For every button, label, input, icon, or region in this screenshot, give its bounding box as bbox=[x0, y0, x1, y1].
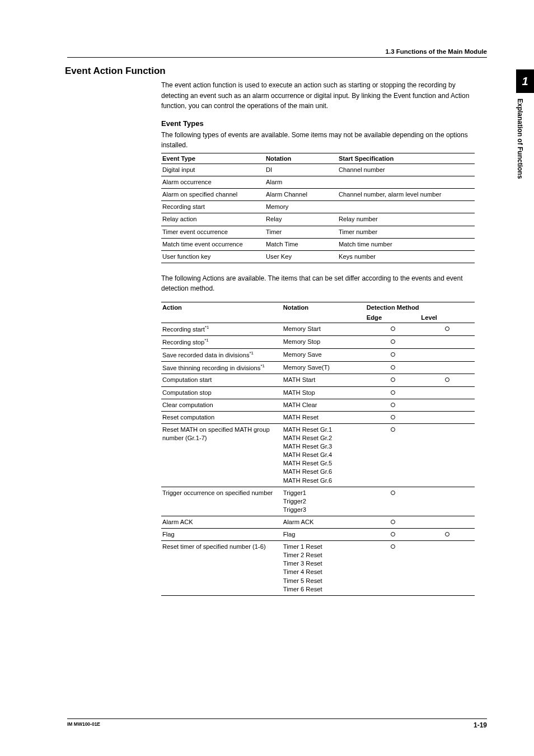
table-row: Trigger occurrence on specified numberTr… bbox=[161, 487, 475, 516]
table-cell bbox=[366, 423, 420, 487]
table-cell: Memory Save(T) bbox=[282, 361, 366, 374]
table-cell bbox=[366, 411, 420, 423]
circle-icon bbox=[391, 403, 395, 407]
table-cell: Computation start bbox=[161, 374, 282, 386]
circle-icon bbox=[391, 390, 395, 395]
table-cell: Channel number bbox=[338, 164, 475, 176]
heading-event-action-function: Event Action Function bbox=[65, 66, 487, 77]
table-cell: Memory bbox=[265, 201, 338, 213]
table-cell bbox=[366, 323, 420, 336]
table-row: Relay actionRelayRelay number bbox=[161, 213, 475, 226]
table-cell bbox=[420, 361, 475, 374]
table-cell: Match Time bbox=[265, 238, 338, 250]
table-cell: Alarm ACK bbox=[161, 516, 282, 528]
footer-doc-id: IM MW100-01E bbox=[67, 721, 100, 729]
table-cell bbox=[420, 516, 475, 528]
th-detection-method: Detection Method bbox=[366, 302, 475, 313]
intro-paragraph: The event action function is used to exe… bbox=[161, 80, 475, 111]
table-row: Reset computationMATH Reset bbox=[161, 411, 475, 423]
table-cell bbox=[366, 374, 420, 386]
table-cell bbox=[420, 541, 475, 596]
circle-icon bbox=[391, 520, 395, 524]
circle-icon bbox=[391, 427, 395, 432]
running-header: 1.3 Functions of the Main Module bbox=[67, 48, 487, 58]
table-cell: MATH Reset Gr.1MATH Reset Gr.2MATH Reset… bbox=[282, 423, 366, 487]
table-cell: Flag bbox=[282, 529, 366, 541]
table-cell: Reset MATH on specified MATH group numbe… bbox=[161, 423, 282, 487]
table-cell bbox=[366, 335, 420, 348]
table-cell: Computation stop bbox=[161, 386, 282, 399]
page-footer: IM MW100-01E 1-19 bbox=[67, 718, 487, 729]
circle-icon bbox=[445, 326, 449, 331]
table-cell: Recording start*1 bbox=[161, 323, 282, 336]
table-cell: Relay action bbox=[161, 213, 265, 226]
circle-icon bbox=[391, 544, 395, 549]
table-cell: Memory Stop bbox=[282, 335, 366, 348]
table-cell bbox=[366, 361, 420, 374]
table-cell: MATH Stop bbox=[282, 386, 366, 399]
table-cell bbox=[366, 348, 420, 361]
table-cell: Match time number bbox=[338, 238, 475, 250]
table-cell: Match time event occurrence bbox=[161, 238, 265, 250]
chapter-number-badge: 1 bbox=[516, 69, 534, 93]
actions-intro: The following Actions are available. The… bbox=[161, 273, 475, 294]
circle-icon bbox=[445, 532, 449, 536]
table-cell: User function key bbox=[161, 250, 265, 263]
page: 1 Explanation of Functions 1.3 Functions… bbox=[0, 0, 534, 756]
th-level: Level bbox=[420, 312, 475, 323]
table-row: Alarm ACKAlarm ACK bbox=[161, 516, 475, 528]
table-cell bbox=[420, 423, 475, 487]
footer-page-number: 1-19 bbox=[474, 721, 487, 729]
th-start-spec: Start Specification bbox=[338, 153, 475, 164]
table-cell: Save recorded data in divisions*1 bbox=[161, 348, 282, 361]
table-cell: Trigger1Trigger2Trigger3 bbox=[282, 487, 366, 516]
table-cell bbox=[420, 374, 475, 386]
table-cell: MATH Clear bbox=[282, 399, 366, 411]
th-event-type: Event Type bbox=[161, 153, 265, 164]
table-cell: Alarm on specified channel bbox=[161, 189, 265, 201]
table-cell: Memory Save bbox=[282, 348, 366, 361]
table-cell bbox=[366, 386, 420, 399]
table-cell bbox=[338, 176, 475, 189]
table-cell: Memory Start bbox=[282, 323, 366, 336]
th-notation: Notation bbox=[282, 302, 366, 323]
circle-icon bbox=[391, 377, 395, 382]
table-cell bbox=[420, 411, 475, 423]
table-cell: Reset timer of specified number (1-6) bbox=[161, 541, 282, 596]
side-tab: 1 Explanation of Functions bbox=[516, 69, 534, 194]
circle-icon bbox=[391, 491, 395, 495]
circle-icon bbox=[391, 326, 395, 331]
circle-icon bbox=[391, 339, 395, 344]
table-cell bbox=[420, 335, 475, 348]
table-cell: MATH Start bbox=[282, 374, 366, 386]
circle-icon bbox=[445, 377, 449, 382]
table-cell bbox=[420, 487, 475, 516]
table-cell bbox=[420, 399, 475, 411]
table-row: Alarm occurrenceAlarm bbox=[161, 176, 475, 189]
table-row: Computation stopMATH Stop bbox=[161, 386, 475, 399]
chapter-title-vertical: Explanation of Functions bbox=[516, 93, 524, 194]
table-row: Computation startMATH Start bbox=[161, 374, 475, 386]
table-cell bbox=[366, 541, 420, 596]
table-cell: Recording stop*1 bbox=[161, 335, 282, 348]
table-cell: Timer bbox=[265, 226, 338, 238]
table-cell bbox=[366, 399, 420, 411]
table-cell bbox=[420, 386, 475, 399]
table-cell: Flag bbox=[161, 529, 282, 541]
table-cell: Recording start bbox=[161, 201, 265, 213]
table-cell: Timer 1 ResetTimer 2 ResetTimer 3 ResetT… bbox=[282, 541, 366, 596]
table-cell bbox=[420, 323, 475, 336]
table-cell: Channel number, alarm level number bbox=[338, 189, 475, 201]
table-cell: Timer number bbox=[338, 226, 475, 238]
table-row: Recording startMemory bbox=[161, 201, 475, 213]
table-cell: Relay number bbox=[338, 213, 475, 226]
th-notation: Notation bbox=[265, 153, 338, 164]
th-edge: Edge bbox=[366, 312, 420, 323]
table-row: Reset timer of specified number (1-6)Tim… bbox=[161, 541, 475, 596]
table-cell bbox=[338, 201, 475, 213]
table-cell bbox=[366, 516, 420, 528]
table-cell: Trigger occurrence on specified number bbox=[161, 487, 282, 516]
table-cell: Relay bbox=[265, 213, 338, 226]
table-row: Recording stop*1Memory Stop bbox=[161, 335, 475, 348]
table-row: FlagFlag bbox=[161, 529, 475, 541]
